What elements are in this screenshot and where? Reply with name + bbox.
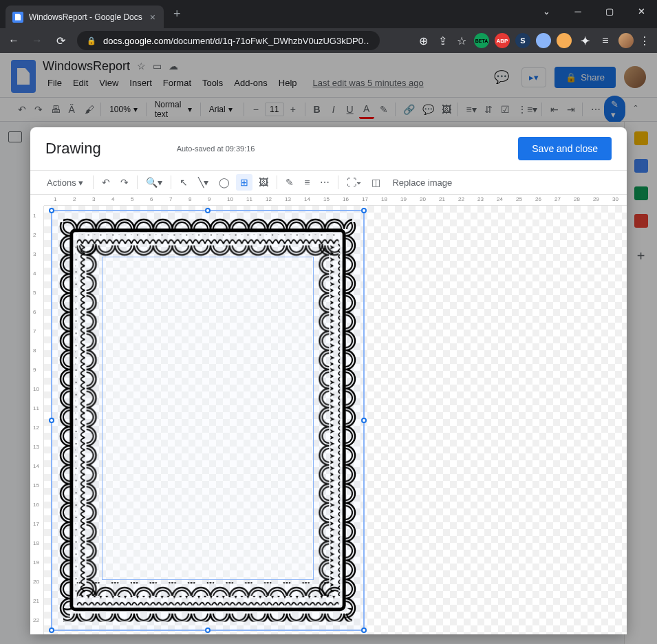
forward-button: → [30, 34, 44, 47]
lock-icon: 🔒 [87, 36, 96, 45]
drawing-dialog: Drawing Auto-saved at 09:39:16 Save and … [30, 127, 627, 634]
close-icon[interactable]: ✕ [625, 0, 657, 22]
svg-rect-7 [76, 244, 85, 596]
shape-tool[interactable]: ◯ [215, 174, 234, 191]
extension-icon-1[interactable]: S [515, 33, 530, 48]
select-tool[interactable]: ↖ [175, 174, 192, 191]
browser-titlebar: WindowsReport - Google Docs × + ⌄ ─ ▢ ✕ [0, 0, 657, 28]
svg-rect-8 [330, 244, 340, 596]
resize-handle-nw[interactable] [49, 208, 54, 213]
extension-abp-icon[interactable]: ABP [495, 33, 510, 48]
image-tool[interactable]: 🖼 [255, 174, 272, 191]
share-page-icon[interactable]: ⇪ [435, 34, 449, 47]
browser-tab[interactable]: WindowsReport - Google Docs × [6, 6, 164, 28]
textbox-tool[interactable]: ⊞ [236, 174, 252, 191]
docs-favicon [12, 12, 23, 23]
border-color-button[interactable]: ✎ [281, 174, 298, 191]
drawing-horizontal-ruler[interactable]: 1234567891011121314151617181920212223242… [44, 195, 627, 206]
profile-avatar[interactable] [618, 33, 634, 48]
url-field[interactable]: 🔒 docs.google.com/document/d/1q-71oFwK_D… [77, 31, 380, 50]
drawing-dialog-header: Drawing Auto-saved at 09:39:16 Save and … [30, 127, 627, 170]
drawing-undo-button[interactable]: ↶ [98, 174, 114, 191]
actions-menu[interactable]: Actions ▾ [41, 175, 89, 191]
line-tool[interactable]: ╲▾ [194, 174, 213, 191]
svg-rect-9 [77, 244, 338, 258]
resize-handle-n[interactable] [205, 208, 211, 213]
drawing-toolbar: Actions ▾ ↶ ↷ 🔍▾ ↖ ╲▾ ◯ ⊞ 🖼 ✎ ≡ ⋯ ⛶▾ ◫ R… [30, 170, 627, 195]
new-tab-button[interactable]: + [173, 7, 181, 21]
svg-rect-5 [77, 235, 338, 244]
drawing-redo-button[interactable]: ↷ [116, 174, 133, 191]
inner-crop-rectangle[interactable] [102, 257, 314, 580]
resize-handle-e[interactable] [361, 418, 367, 423]
border-weight-button[interactable]: ≡ [300, 174, 314, 191]
reload-button[interactable]: ⟳ [54, 34, 67, 47]
back-button[interactable]: ← [7, 34, 21, 47]
drawing-zoom-button[interactable]: 🔍▾ [142, 174, 166, 191]
window-controls: ⌄ ─ ▢ ✕ [530, 0, 657, 22]
border-dash-button[interactable]: ⋯ [316, 174, 334, 191]
resize-handle-s[interactable] [205, 627, 211, 633]
resize-handle-sw[interactable] [49, 627, 54, 633]
maximize-icon[interactable]: ▢ [594, 0, 625, 22]
zoom-icon[interactable]: ⊕ [416, 34, 430, 47]
reading-list-icon[interactable]: ≡ [598, 33, 613, 48]
resize-handle-ne[interactable] [361, 208, 367, 213]
extension-icon-3[interactable] [557, 33, 572, 48]
minimize-icon[interactable]: ─ [562, 0, 594, 22]
svg-rect-10 [77, 582, 338, 596]
crop-button[interactable]: ⛶▾ [343, 174, 365, 191]
google-docs-app: WindowsReport ☆ ▭ ☁ File Edit View Inser… [0, 53, 657, 644]
drawing-vertical-ruler[interactable]: 12345678910111213141516171819202122 [30, 206, 44, 634]
mask-button[interactable]: ◫ [367, 174, 385, 191]
extension-beta-icon[interactable]: BETA [474, 33, 489, 48]
save-and-close-button[interactable]: Save and close [518, 137, 612, 160]
drawing-canvas[interactable] [44, 206, 627, 634]
drawing-title: Drawing [45, 140, 101, 158]
resize-handle-se[interactable] [361, 627, 367, 633]
caret-down-icon[interactable]: ⌄ [530, 0, 562, 22]
browser-menu-icon[interactable]: ⋮ [639, 34, 650, 47]
extension-icon-2[interactable] [536, 33, 551, 48]
replace-image-button[interactable]: Replace image [387, 175, 457, 191]
tab-title: WindowsReport - Google Docs [29, 12, 143, 22]
browser-addressbar: ← → ⟳ 🔒 docs.google.com/document/d/1q-71… [0, 28, 657, 53]
tab-close-icon[interactable]: × [149, 10, 157, 24]
svg-rect-12 [317, 244, 331, 596]
bookmark-icon[interactable]: ☆ [455, 34, 468, 47]
image-selection[interactable] [51, 210, 365, 631]
resize-handle-w[interactable] [49, 418, 54, 423]
autosave-status: Auto-saved at 09:39:16 [177, 144, 255, 153]
svg-rect-11 [85, 244, 99, 596]
decorative-frame-image [58, 217, 358, 624]
extensions-puzzle-icon[interactable]: ✦ [577, 33, 592, 48]
url-text: docs.google.com/document/d/1q-71oFwK_DWh… [103, 36, 370, 46]
drawing-canvas-wrapper: 1234567891011121314151617181920212223242… [30, 195, 627, 634]
svg-rect-6 [77, 596, 338, 605]
